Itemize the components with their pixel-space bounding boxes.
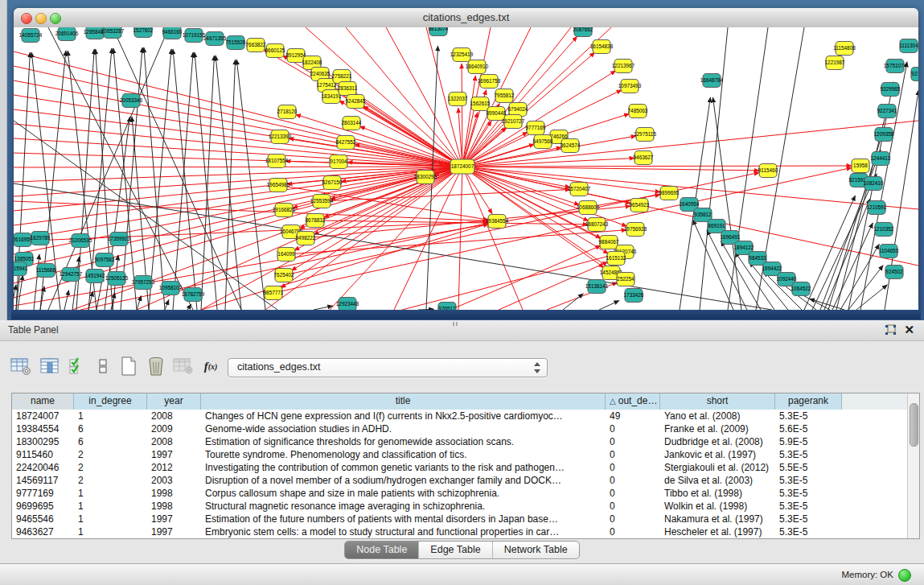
rows-icon[interactable] xyxy=(92,355,114,377)
graph-node[interactable]: 1210352 xyxy=(874,223,894,237)
table-row[interactable]: 911546021997Tourette syndrome. Phenomeno… xyxy=(12,448,908,461)
graph-node[interactable]: 1210591 xyxy=(867,201,887,215)
graph-node[interactable]: 7663822 xyxy=(246,39,266,52)
graph-node[interactable]: 10958107 xyxy=(159,282,183,295)
graph-node[interactable]: 9466160 xyxy=(162,27,183,39)
graph-node[interactable]: 12325419 xyxy=(450,48,474,62)
graph-node[interactable]: 9498222 xyxy=(296,232,316,245)
graph-node[interactable]: 19756928 xyxy=(624,223,647,237)
citation-edge-black[interactable] xyxy=(173,52,193,310)
citation-edge-black[interactable] xyxy=(173,49,197,310)
graph-node[interactable]: 1064522 xyxy=(791,282,811,296)
graph-node[interactable]: 19166825 xyxy=(273,204,296,217)
graph-node[interactable]: 12213393 xyxy=(269,130,292,144)
graph-node[interactable]: 14671355 xyxy=(203,32,227,46)
delete-table-icon[interactable] xyxy=(145,355,167,377)
graph-node[interactable]: 6497568 xyxy=(533,135,553,149)
citation-edge-black[interactable] xyxy=(165,299,169,310)
graph-node[interactable]: 8813074 xyxy=(429,27,449,36)
graph-node[interactable]: 7955812 xyxy=(495,89,515,103)
table-row[interactable]: 2242004622012Investigating the contribut… xyxy=(12,461,908,474)
graph-node[interactable]: 18107554 xyxy=(265,154,289,168)
graph-node[interactable]: 18724007 xyxy=(450,159,474,174)
graph-node[interactable]: 9899695 xyxy=(659,187,680,200)
graph-node[interactable]: 2803144 xyxy=(342,117,362,130)
graph-node[interactable]: 20053346 xyxy=(120,94,143,108)
tab-network-table[interactable]: Network Table xyxy=(493,542,579,558)
citation-edge-black[interactable] xyxy=(149,49,171,310)
citation-edge-red[interactable] xyxy=(14,167,462,269)
graph-node[interactable]: 17359923 xyxy=(108,233,131,246)
citation-edge-red[interactable] xyxy=(462,64,462,167)
citation-edge-black[interactable] xyxy=(713,97,741,310)
citation-edge-red[interactable] xyxy=(402,254,616,310)
citation-edge-black[interactable] xyxy=(187,304,191,310)
graph-node[interactable]: 20691406 xyxy=(55,27,79,41)
new-table-icon[interactable] xyxy=(117,355,140,377)
graph-node[interactable]: 7515526 xyxy=(226,36,246,50)
graph-node[interactable]: 11154808 xyxy=(833,42,856,56)
citation-edge-black[interactable] xyxy=(195,52,217,310)
citation-edge-red[interactable] xyxy=(14,167,462,283)
graph-node[interactable]: 927734 xyxy=(911,68,918,81)
tab-node-table[interactable]: Node Table xyxy=(345,542,419,558)
graph-node[interactable]: 1615132 xyxy=(606,252,626,266)
graph-node[interactable]: 1829789 xyxy=(31,232,51,245)
citation-edge-black[interactable] xyxy=(812,174,877,310)
graph-node[interactable]: 252254 xyxy=(617,273,634,286)
splitter-grip[interactable] xyxy=(453,322,459,326)
citation-edge-black[interactable] xyxy=(113,27,241,310)
graph-node[interactable]: 8267150 xyxy=(322,176,343,190)
graph-node[interactable]: 1322037 xyxy=(448,93,468,106)
graph-node[interactable]: 9777169 xyxy=(526,122,546,135)
graph-node[interactable]: 9463627 xyxy=(634,151,654,165)
table-row[interactable]: 969969511998Structural magnetic resonanc… xyxy=(12,500,908,513)
graph-node[interactable]: 7625402 xyxy=(274,269,294,282)
graph-node[interactable]: 12923448 xyxy=(336,298,359,311)
graph-node[interactable]: 16154838 xyxy=(590,40,614,54)
citation-edge-red[interactable] xyxy=(462,167,759,171)
table-settings-icon[interactable] xyxy=(10,355,32,377)
table-row[interactable]: 946554611997Estimation of the future num… xyxy=(12,513,908,525)
citation-edge-black[interactable] xyxy=(840,244,879,310)
function-builder-icon[interactable]: f(x) xyxy=(199,355,222,377)
memory-status-icon[interactable] xyxy=(898,569,911,582)
table-row[interactable]: 1938455462009Genome-wide association stu… xyxy=(12,422,908,435)
graph-node[interactable]: 15751074 xyxy=(884,60,907,73)
table-row[interactable]: 977716911998Corpus callosum shape and si… xyxy=(12,487,908,500)
graph-node[interactable]: 1082410 xyxy=(864,177,884,191)
graph-node[interactable]: 18640910 xyxy=(466,60,489,74)
citation-edge-red[interactable] xyxy=(14,195,660,306)
graph-node[interactable]: 924502 xyxy=(885,266,903,279)
graph-node[interactable]: 2718120 xyxy=(277,105,298,119)
graph-node[interactable]: 19654985 xyxy=(267,179,290,192)
citation-edge-red[interactable] xyxy=(322,190,570,201)
graph-node[interactable]: 12213967 xyxy=(612,60,635,73)
graph-node[interactable]: 1111304 xyxy=(899,39,918,53)
citation-edge-black[interactable] xyxy=(700,27,728,310)
citation-edge-black[interactable] xyxy=(832,223,873,310)
graph-node[interactable]: 10688609 xyxy=(577,201,600,215)
network-window-titlebar[interactable]: citations_edges.txt xyxy=(14,8,918,28)
float-window-icon[interactable] xyxy=(885,324,897,336)
graph-node[interactable]: 164099 xyxy=(277,248,295,262)
network-canvas[interactable]: 1405572420691406128584611065328715276029… xyxy=(14,27,918,310)
citation-edge-black[interactable] xyxy=(236,60,265,310)
graph-node[interactable]: 3915941 xyxy=(14,262,28,276)
citation-edge-red[interactable] xyxy=(458,167,462,310)
citation-edge-red[interactable] xyxy=(14,80,462,167)
citation-edge-black[interactable] xyxy=(144,47,165,310)
graph-node[interactable]: 7485063 xyxy=(628,105,648,118)
graph-node[interactable]: 3624574 xyxy=(561,139,581,153)
graph-node[interactable]: 8427552 xyxy=(336,136,356,150)
graph-node[interactable]: 15136141 xyxy=(585,280,609,294)
column-header-title[interactable]: title xyxy=(201,393,606,410)
table-selector-dropdown[interactable]: citations_edges.txt xyxy=(228,358,548,377)
citation-edge-black[interactable] xyxy=(599,301,619,310)
graph-node[interactable]: 1451942 xyxy=(85,270,105,283)
column-select-icon[interactable] xyxy=(39,355,61,377)
graph-node[interactable]: 9329965 xyxy=(881,83,901,97)
graph-node[interactable]: 1209358 xyxy=(874,128,894,142)
graph-node[interactable]: 1104650 xyxy=(879,245,899,258)
graph-node[interactable]: 19384554 xyxy=(486,215,509,229)
